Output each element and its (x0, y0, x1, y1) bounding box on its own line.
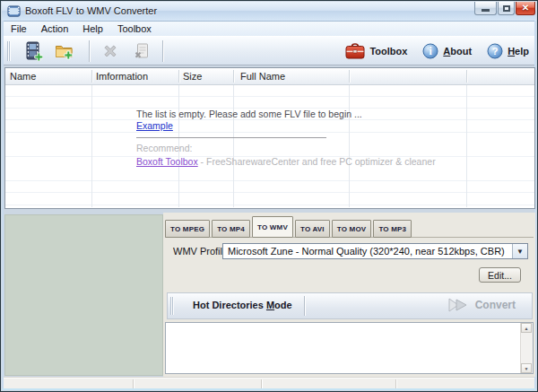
toolbar-separator (89, 40, 90, 62)
log-area[interactable]: ▲ ▼ (165, 322, 534, 374)
toolbar-right-group: Toolbox i About (345, 37, 529, 65)
recommend-suffix: - FreeSharewareCenter and free PC optimi… (198, 156, 436, 167)
minimize-button[interactable] (474, 2, 497, 15)
about-button[interactable]: i About (422, 43, 472, 59)
maximize-button[interactable] (498, 2, 515, 15)
window-title: Boxoft FLV to WMV Converter (25, 5, 157, 16)
tab-to-mpeg[interactable]: TO MPEG (165, 220, 210, 238)
menu-item-toolbox[interactable]: Toolbox (110, 22, 159, 35)
toolbar: Toolbox i About (4, 36, 534, 65)
scroll-down-button[interactable]: ▼ (521, 363, 532, 373)
help-icon: ? (487, 43, 503, 59)
add-folder-button[interactable] (52, 39, 77, 64)
column-divider (91, 84, 92, 207)
scroll-up-button[interactable]: ▲ (521, 323, 532, 333)
window-frame-left (2, 21, 4, 388)
convert-label: Convert (475, 299, 516, 311)
action-bar: Hot Directories Mode Convert (167, 292, 533, 319)
clear-list-icon (133, 42, 151, 60)
toolbox-button[interactable]: Toolbox (345, 42, 407, 59)
status-divider (395, 379, 396, 388)
help-button[interactable]: ? Help (487, 43, 529, 59)
column-header-fullname[interactable]: Full Name (240, 71, 285, 82)
about-label: About (443, 46, 472, 57)
minimize-icon (482, 9, 490, 12)
app-icon (7, 4, 21, 18)
list-header: Name Imformation Size Full Name (5, 68, 534, 85)
header-divider (233, 70, 234, 83)
action-bar-separator (304, 296, 305, 316)
convert-play-icon (447, 297, 471, 313)
tab-to-wmv[interactable]: TO WMV (252, 216, 293, 238)
app-window: Boxoft FLV to WMV Converter ✕ File Actio… (0, 0, 538, 392)
file-list[interactable]: Name Imformation Size Full Name The list… (4, 67, 535, 209)
menu-item-file[interactable]: File (4, 22, 34, 35)
clear-list-button[interactable] (129, 39, 154, 64)
tab-to-avi[interactable]: TO AVI (295, 220, 330, 238)
add-video-icon (23, 41, 43, 61)
menu-item-help[interactable]: Help (75, 22, 110, 35)
wmv-profile-value: Microsoft Zune - Normal Quality (320*240… (223, 246, 512, 257)
empty-divider (136, 137, 326, 138)
help-label: Help (508, 46, 529, 57)
header-divider (466, 70, 467, 83)
conversion-panel: TO MPEG TO MP4 TO WMV TO AVI TO MOV TO M… (163, 213, 535, 377)
title-bar: Boxoft FLV to WMV Converter ✕ (2, 2, 536, 22)
tab-to-mp4[interactable]: TO MP4 (212, 220, 250, 238)
empty-state: The list is empty. Please add some FLV f… (136, 109, 436, 168)
menu-item-action[interactable]: Action (34, 22, 76, 35)
add-file-button[interactable] (21, 39, 46, 64)
column-header-name[interactable]: Name (10, 71, 36, 82)
wmv-profile-select[interactable]: Microsoft Zune - Normal Quality (320*240… (222, 243, 528, 259)
edit-profile-button[interactable]: Edit... (479, 267, 521, 283)
empty-message: The list is empty. Please add some FLV f… (136, 109, 436, 120)
toolbar-separator (162, 40, 163, 62)
header-divider (91, 70, 92, 83)
status-divider (261, 379, 262, 388)
column-header-size[interactable]: Size (183, 71, 202, 82)
remove-file-button[interactable] (98, 39, 123, 64)
hot-directories-button[interactable]: Hot Directories Mode (193, 300, 292, 310)
boxoft-toolbox-link[interactable]: Boxoft Toolbox (136, 156, 198, 167)
log-scrollbar[interactable]: ▲ ▼ (520, 323, 533, 373)
header-divider (178, 70, 179, 83)
info-icon: i (422, 43, 438, 59)
dropdown-arrow-icon[interactable]: ▼ (512, 244, 527, 258)
status-divider (133, 379, 134, 388)
toolbar-grip (7, 41, 11, 61)
add-folder-icon (55, 41, 74, 61)
window-frame-bottom (2, 388, 536, 390)
toolbox-icon (345, 42, 365, 59)
close-button[interactable]: ✕ (516, 2, 535, 15)
delete-x-icon (101, 42, 119, 60)
recommend-label: Recommend: (136, 143, 436, 154)
toolbox-label: Toolbox (369, 46, 407, 57)
header-divider (349, 70, 350, 83)
maximize-icon (503, 5, 510, 12)
example-link[interactable]: Example (136, 120, 173, 131)
column-header-imformation[interactable]: Imformation (96, 71, 148, 82)
tab-to-mov[interactable]: TO MOV (332, 220, 372, 238)
tab-to-mp3[interactable]: TO MP3 (373, 220, 412, 238)
action-bar-grip (170, 297, 174, 315)
close-icon: ✕ (522, 4, 529, 13)
menu-bar: File Action Help Toolbox (4, 22, 534, 36)
preview-panel (4, 214, 163, 376)
column-divider (466, 84, 467, 207)
svg-text:?: ? (492, 46, 499, 57)
format-tab-strip: TO MPEG TO MP4 TO WMV TO AVI TO MOV TO M… (165, 214, 412, 238)
convert-button[interactable]: Convert (447, 297, 516, 313)
